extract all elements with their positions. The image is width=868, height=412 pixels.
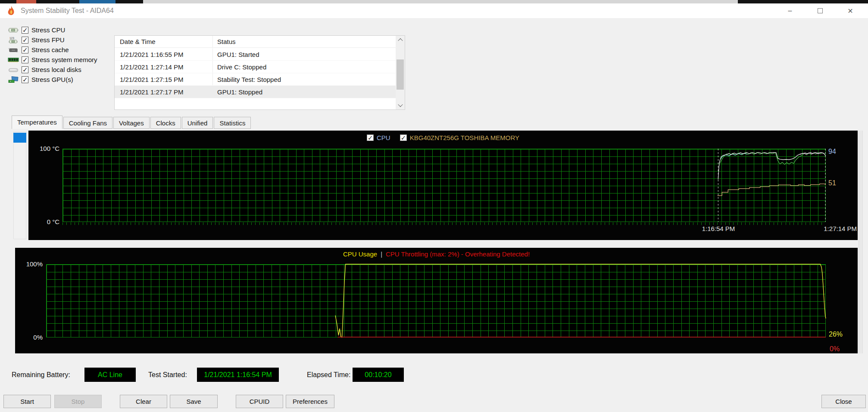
stress-option-row: Stress system memory bbox=[8, 55, 116, 65]
stress-option-row: Stress cache bbox=[8, 45, 116, 55]
title-separator: | bbox=[377, 250, 386, 258]
cpu-temp-value: 94 bbox=[828, 148, 836, 156]
memory-module-icon bbox=[8, 56, 19, 64]
throttling-value: 0% bbox=[830, 345, 840, 353]
background-app-strip bbox=[0, 0, 868, 3]
stress-option-row: Stress local disks bbox=[8, 65, 116, 75]
log-status-cell: Drive C: Stopped bbox=[212, 61, 396, 73]
event-log-rows: 1/21/2021 1:16:55 PM GPU1: Started 1/21/… bbox=[115, 48, 396, 109]
cpu-usage-label: CPU Usage bbox=[343, 250, 377, 258]
usage-chart-plot bbox=[46, 264, 826, 337]
test-started-value: 1/21/2021 1:16:54 PM bbox=[197, 368, 279, 382]
tab[interactable]: Cooling Fans bbox=[63, 117, 112, 129]
tab[interactable]: Voltages bbox=[113, 117, 150, 129]
temp-y-min-label: 0 °C bbox=[28, 218, 59, 225]
cpu-usage-series bbox=[335, 264, 826, 337]
stress-option-checkbox[interactable] bbox=[22, 76, 28, 83]
column-header-status[interactable]: Status bbox=[212, 36, 405, 47]
usage-y-max-label: 100% bbox=[15, 260, 43, 268]
stress-option-row: Stress GPU(s) bbox=[8, 75, 116, 84]
usage-chart-title: CPU Usage|CPU Throttling (max: 2%) - Ove… bbox=[15, 250, 858, 258]
stress-option-row: 123 Stress FPU bbox=[8, 35, 116, 45]
log-row[interactable]: 1/21/2021 1:27:14 PM Drive C: Stopped bbox=[115, 61, 396, 73]
cpu-usage-value: 26% bbox=[829, 331, 843, 338]
stop-button: Stop bbox=[54, 395, 102, 408]
clear-button[interactable]: Clear bbox=[120, 395, 167, 408]
strip-gray-segment bbox=[143, 0, 738, 3]
window-controls: – ✕ bbox=[775, 3, 865, 18]
event-log-header: Date & Time Status bbox=[115, 36, 405, 48]
cpuid-button[interactable]: CPUID bbox=[236, 395, 283, 408]
stress-option-label: Stress cache bbox=[31, 46, 69, 53]
window-title: System Stability Test - AIDA64 bbox=[21, 3, 114, 18]
time-end-label: 1:27:14 PM bbox=[792, 225, 857, 232]
scrollbar-thumb[interactable] bbox=[13, 133, 26, 143]
stress-option-label: Stress system memory bbox=[31, 56, 97, 63]
maximize-button[interactable] bbox=[805, 3, 835, 18]
stress-option-label: Stress GPU(s) bbox=[31, 76, 73, 83]
tab[interactable]: Unified bbox=[182, 117, 213, 129]
stress-option-label: Stress local disks bbox=[31, 66, 81, 73]
scrollbar-thumb[interactable] bbox=[397, 59, 404, 90]
fpu-chip-icon: 123 bbox=[8, 36, 19, 44]
save-button[interactable]: Save bbox=[170, 395, 218, 408]
temperature-panel-scrollbar[interactable] bbox=[13, 131, 26, 239]
strip-red-segment bbox=[16, 0, 36, 3]
chart-tabs: Temperatures Cooling Fans Voltages Clock… bbox=[12, 115, 252, 129]
scroll-down-arrow-icon[interactable] bbox=[396, 101, 405, 109]
scroll-up-arrow-icon[interactable] bbox=[396, 36, 405, 44]
elapsed-time-value: 00:10:20 bbox=[353, 368, 404, 382]
close-button[interactable]: Close bbox=[821, 395, 866, 408]
test-started-label: Test Started: bbox=[148, 371, 187, 379]
usage-y-min-label: 0% bbox=[15, 334, 43, 341]
right-scrollbar-strip[interactable] bbox=[859, 131, 863, 353]
stress-option-checkbox[interactable] bbox=[22, 66, 28, 73]
elapsed-time-label: Elapsed Time: bbox=[307, 371, 350, 379]
log-row[interactable]: 1/21/2021 1:27:17 PM GPU1: Stopped bbox=[115, 86, 396, 98]
stress-option-label: Stress FPU bbox=[31, 36, 65, 44]
title-bar: System Stability Test - AIDA64 – ✕ bbox=[0, 3, 868, 18]
stress-option-checkbox[interactable] bbox=[22, 27, 28, 34]
tab[interactable]: Temperatures bbox=[12, 115, 62, 129]
cache-chip-icon bbox=[8, 46, 19, 54]
log-status-cell: Stability Test: Stopped bbox=[212, 73, 396, 85]
stress-options-list: Stress CPU 123 Stress FPU Stress cache S… bbox=[8, 25, 116, 84]
log-datetime-cell: 1/21/2021 1:27:15 PM bbox=[115, 76, 212, 83]
legend-item: KBG40ZNT256G TOSHIBA MEMORY bbox=[400, 134, 519, 141]
strip-blue-segment bbox=[79, 0, 116, 3]
tab[interactable]: Clocks bbox=[150, 117, 181, 129]
svg-text:123: 123 bbox=[9, 37, 14, 40]
legend-checkbox[interactable] bbox=[367, 134, 374, 141]
legend-checkbox[interactable] bbox=[400, 134, 407, 141]
log-row[interactable]: 1/21/2021 1:16:55 PM GPU1: Started bbox=[115, 48, 396, 61]
event-log-scrollbar[interactable] bbox=[396, 36, 405, 109]
minimize-button[interactable]: – bbox=[775, 3, 805, 18]
stress-option-label: Stress CPU bbox=[31, 26, 65, 34]
cpu-temp-series bbox=[718, 153, 826, 180]
column-header-datetime[interactable]: Date & Time bbox=[115, 38, 212, 45]
start-button[interactable]: Start bbox=[3, 395, 51, 408]
cpu-chip-icon bbox=[8, 26, 19, 34]
stress-option-checkbox[interactable] bbox=[22, 56, 28, 63]
log-datetime-cell: 1/21/2021 1:27:17 PM bbox=[115, 88, 212, 96]
temperature-chart-panel: CPU KBG40ZNT256G TOSHIBA MEMORY 100 °C 0… bbox=[28, 131, 858, 240]
stress-option-checkbox[interactable] bbox=[22, 37, 28, 44]
event-log-table: Date & Time Status 1/21/2021 1:16:55 PM … bbox=[114, 35, 405, 110]
stress-option-checkbox[interactable] bbox=[22, 47, 28, 53]
disk-icon bbox=[8, 66, 19, 74]
tab[interactable]: Statistics bbox=[214, 117, 251, 129]
stress-option-row: Stress CPU bbox=[8, 25, 116, 35]
log-datetime-cell: 1/21/2021 1:16:55 PM bbox=[115, 51, 212, 58]
close-window-button[interactable]: ✕ bbox=[835, 3, 865, 18]
legend-item: CPU bbox=[367, 134, 390, 141]
battery-label: Remaining Battery: bbox=[12, 371, 70, 379]
log-status-cell: GPU1: Started bbox=[212, 48, 396, 60]
throttling-alert-label: CPU Throttling (max: 2%) - Overheating D… bbox=[386, 250, 530, 258]
cpu-usage-chart-panel: CPU Usage|CPU Throttling (max: 2%) - Ove… bbox=[15, 248, 858, 353]
preferences-button[interactable]: Preferences bbox=[286, 395, 334, 408]
log-status-cell: GPU1: Stopped bbox=[212, 86, 396, 98]
log-row[interactable]: 1/21/2021 1:27:15 PM Stability Test: Sto… bbox=[115, 73, 396, 86]
battery-value: AC Line bbox=[84, 368, 136, 382]
aida64-flame-icon bbox=[6, 5, 17, 16]
log-datetime-cell: 1/21/2021 1:27:14 PM bbox=[115, 63, 212, 71]
